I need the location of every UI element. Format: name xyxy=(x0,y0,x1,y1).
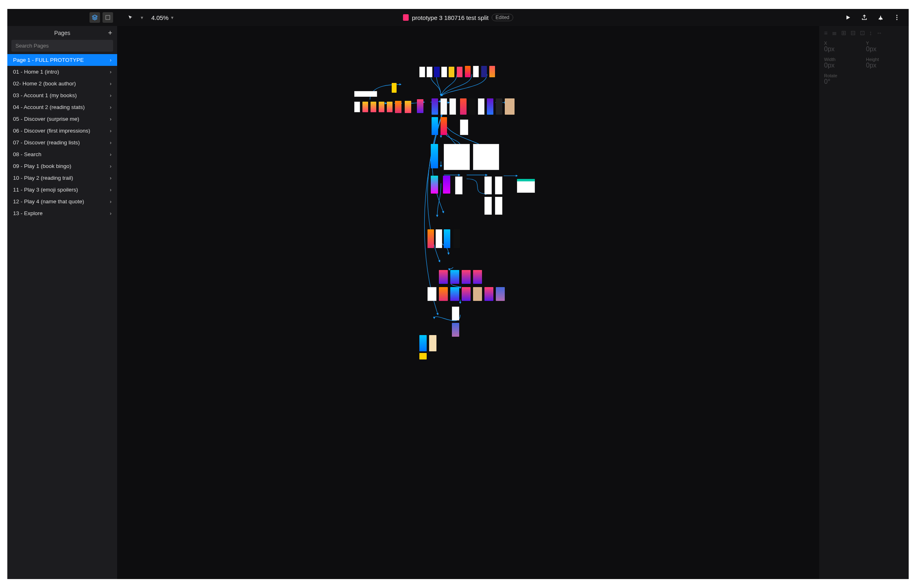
page-item[interactable]: 03 - Account 1 (my books)› xyxy=(7,89,117,101)
artboard-thumbnail[interactable] xyxy=(431,176,438,194)
artboard-thumbnail[interactable] xyxy=(429,335,436,351)
tool-dropdown-caret[interactable]: ▼ xyxy=(140,15,144,20)
artboard-thumbnail[interactable] xyxy=(362,102,368,112)
artboard-thumbnail[interactable] xyxy=(495,197,502,215)
layers-panel-toggle[interactable] xyxy=(89,12,100,23)
page-item[interactable]: 02- Home 2 (book author)› xyxy=(7,78,117,89)
artboard-thumbnail[interactable] xyxy=(387,102,393,112)
artboard-thumbnail[interactable] xyxy=(465,66,471,77)
page-item[interactable]: Page 1 - FULL PROTOTYPE› xyxy=(7,54,117,66)
page-item[interactable]: 12 - Play 4 (name that quote)› xyxy=(7,196,117,207)
artboard-thumbnail[interactable] xyxy=(432,117,438,135)
align-icon[interactable]: ↔ xyxy=(876,29,882,37)
artboard-thumbnail[interactable] xyxy=(496,98,502,115)
page-item[interactable]: 04 - Account 2 (reading stats)› xyxy=(7,101,117,113)
artboard-thumbnail[interactable] xyxy=(449,98,456,115)
artboard-thumbnail[interactable] xyxy=(419,353,427,359)
x-value[interactable]: 0px xyxy=(824,46,862,53)
canvas[interactable] xyxy=(117,26,819,579)
artboard-thumbnail[interactable] xyxy=(427,287,436,301)
artboard-thumbnail[interactable] xyxy=(452,307,459,320)
artboard-thumbnail[interactable] xyxy=(427,229,434,248)
artboard-thumbnail[interactable] xyxy=(495,176,502,194)
align-icon[interactable]: ≣ xyxy=(832,29,837,37)
artboard-thumbnail[interactable] xyxy=(444,229,450,248)
page-item[interactable]: 11 - Play 3 (emoji spoilers)› xyxy=(7,184,117,196)
width-value[interactable]: 0px xyxy=(824,62,862,69)
artboard-thumbnail[interactable] xyxy=(517,179,535,181)
select-tool[interactable] xyxy=(125,12,136,23)
page-item[interactable]: 09 - Play 1 (book bingo)› xyxy=(7,160,117,172)
align-icon[interactable]: ↕ xyxy=(869,29,872,37)
artboard-thumbnail[interactable] xyxy=(473,270,482,284)
components-panel-toggle[interactable] xyxy=(103,12,113,23)
artboard-thumbnail[interactable] xyxy=(450,270,459,284)
page-item[interactable]: 08 - Search› xyxy=(7,148,117,160)
more-menu-button[interactable] xyxy=(892,12,902,23)
artboard-thumbnail[interactable] xyxy=(417,99,423,113)
artboard-thumbnail[interactable] xyxy=(379,102,384,112)
page-list[interactable]: Page 1 - FULL PROTOTYPE›01 - Home 1 (int… xyxy=(7,54,117,219)
artboard-thumbnail[interactable] xyxy=(452,323,459,337)
align-icon[interactable]: ⊟ xyxy=(851,29,856,37)
artboard-thumbnail[interactable] xyxy=(392,83,397,93)
artboard-thumbnail[interactable] xyxy=(434,67,440,77)
artboard-thumbnail[interactable] xyxy=(405,101,411,113)
artboard-thumbnail[interactable] xyxy=(449,67,454,77)
artboard-thumbnail[interactable] xyxy=(469,98,475,115)
add-page-button[interactable]: + xyxy=(108,29,112,37)
play-preview-button[interactable] xyxy=(843,12,853,23)
artboard-thumbnail[interactable] xyxy=(473,66,479,77)
artboard-thumbnail[interactable] xyxy=(460,120,468,135)
artboard-thumbnail[interactable] xyxy=(354,91,377,97)
artboard-thumbnail[interactable] xyxy=(432,98,438,115)
artboard-thumbnail[interactable] xyxy=(444,144,470,170)
align-icon[interactable]: ≡ xyxy=(824,29,828,37)
document-title[interactable]: prototype 3 180716 test split xyxy=(412,14,489,21)
artboard-thumbnail[interactable] xyxy=(419,335,427,351)
artboard-thumbnail[interactable] xyxy=(517,181,535,193)
artboard-thumbnail[interactable] xyxy=(354,102,360,112)
artboard-thumbnail[interactable] xyxy=(419,67,425,77)
artboard-thumbnail[interactable] xyxy=(484,287,493,301)
artboard-thumbnail[interactable] xyxy=(487,98,493,115)
y-value[interactable]: 0px xyxy=(866,46,904,53)
artboard-thumbnail[interactable] xyxy=(505,98,515,115)
publish-button[interactable] xyxy=(875,12,886,23)
search-pages-input[interactable] xyxy=(11,40,113,52)
page-item[interactable]: 06 - Discover (first impressions)› xyxy=(7,125,117,137)
artboard-thumbnail[interactable] xyxy=(439,270,448,284)
artboard-thumbnail[interactable] xyxy=(462,287,471,301)
artboard-thumbnail[interactable] xyxy=(457,67,462,77)
artboard-thumbnail[interactable] xyxy=(441,98,447,115)
artboard-thumbnail[interactable] xyxy=(473,144,499,170)
artboard-thumbnail[interactable] xyxy=(462,270,471,284)
artboard-thumbnail[interactable] xyxy=(473,287,482,301)
artboard-thumbnail[interactable] xyxy=(460,98,467,115)
artboard-thumbnail[interactable] xyxy=(443,176,450,194)
rotate-value[interactable]: 0° xyxy=(824,78,862,85)
artboard-thumbnail[interactable] xyxy=(496,287,505,301)
artboard-thumbnail[interactable] xyxy=(441,67,447,77)
page-item[interactable]: 01 - Home 1 (intro)› xyxy=(7,66,117,78)
artboard-thumbnail[interactable] xyxy=(371,102,376,112)
artboard-thumbnail[interactable] xyxy=(481,66,487,77)
artboard-thumbnail[interactable] xyxy=(427,67,432,77)
artboard-thumbnail[interactable] xyxy=(441,117,447,135)
page-item[interactable]: 10 - Play 2 (reading trail)› xyxy=(7,172,117,184)
page-item[interactable]: 05 - Discover (surprise me)› xyxy=(7,113,117,125)
artboard-thumbnail[interactable] xyxy=(455,176,462,194)
artboard-thumbnail[interactable] xyxy=(395,101,401,113)
page-item[interactable]: 07 - Discover (reading lists)› xyxy=(7,137,117,148)
align-icon[interactable]: ⊞ xyxy=(841,29,846,37)
artboard-thumbnail[interactable] xyxy=(436,229,442,248)
artboard-thumbnail[interactable] xyxy=(454,229,460,248)
align-icon[interactable]: ⊡ xyxy=(860,29,865,37)
artboard-thumbnail[interactable] xyxy=(484,197,492,215)
share-button[interactable] xyxy=(859,12,870,23)
artboard-thumbnail[interactable] xyxy=(450,287,459,301)
zoom-level[interactable]: 4.05% ▼ xyxy=(151,14,174,21)
artboard-thumbnail[interactable] xyxy=(484,176,492,194)
artboard-thumbnail[interactable] xyxy=(439,287,448,301)
page-item[interactable]: 13 - Explore› xyxy=(7,207,117,219)
